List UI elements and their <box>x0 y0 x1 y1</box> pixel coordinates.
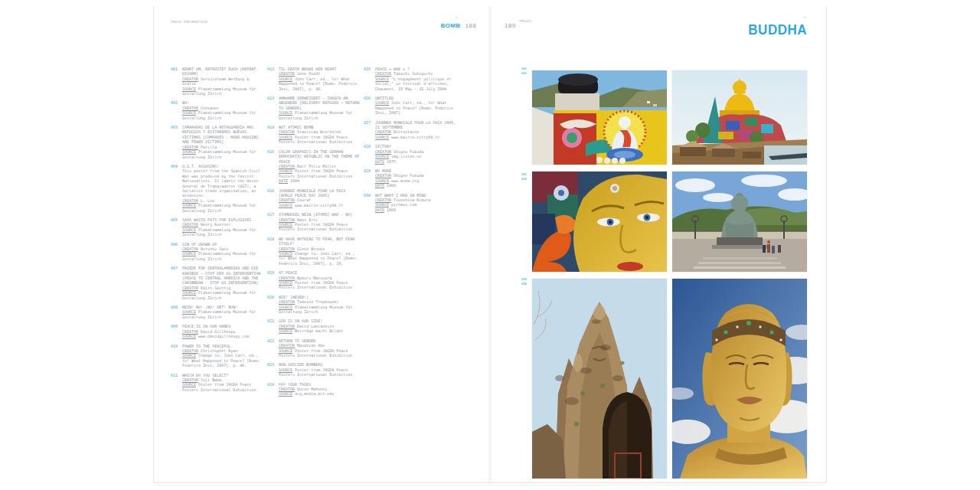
credit-body: CAMARADAS DE LA RETAGUARDIA MAS REFUGIOS… <box>182 125 263 159</box>
credit-number: 005 <box>171 217 182 237</box>
credit-field: SOURCE Poster from JAGDA Peace Posters I… <box>279 368 360 377</box>
credit-field-label: SOURCE <box>375 178 389 183</box>
credit-item: 010POWER TO THE PEACEFULCREATOR Christop… <box>171 344 267 368</box>
photo-number: 006 <box>521 282 527 286</box>
credit-body: AT PEACECREATOR Noboru MatsuuraSOURCE Po… <box>279 270 360 290</box>
credit-item: 018WE HAVE NOTHING TO FEAR, BUT FEAR ITS… <box>267 237 364 266</box>
credit-number: 003 <box>171 125 182 159</box>
credit-number: 014 <box>267 125 279 145</box>
credit-item: 006SIN OF GROWN-UPCREATOR Hiroshi SatoSO… <box>171 242 267 262</box>
credit-body: PEACE + WAR = ?CREATOR Takashi Sekiguchi… <box>375 67 456 91</box>
credit-number: 004 <box>171 164 182 213</box>
credit-body: TIL DEATH BROKE HER HEARTCREATOR Jenn Pu… <box>279 67 360 91</box>
credit-number: 007 <box>171 266 182 300</box>
credit-body: FRIEDE FÜR ZENTRALAMERIKA UND DIE KARIBI… <box>182 266 263 300</box>
credit-field: SOURCE Plakatsammlung Museum für Gestalt… <box>182 290 263 300</box>
credit-field-label: CREATOR <box>182 145 198 149</box>
credit-number: 024 <box>267 382 279 397</box>
credit-field-label: SOURCE <box>279 280 292 285</box>
credit-body: UNTITLEDSOURCE John Carr, ed., Yo! What … <box>375 96 456 116</box>
page-number-189: 189 <box>505 22 516 29</box>
credit-field-label: CREATOR <box>279 276 295 280</box>
credit-body: SIN OF GROWN-UPCREATOR Hiroshi SatoSOURC… <box>182 242 263 262</box>
credit-field-label: SOURCE <box>182 382 196 387</box>
credit-item: 014NOT ATOMIC BOMBCREATOR Stanislaw Wiec… <box>267 125 364 145</box>
credit-field-label: SOURCE <box>182 149 196 154</box>
credit-field-label: SOURCE <box>279 110 292 115</box>
credit-field: SOURCE Beiträge macht Bilder <box>279 328 360 333</box>
credit-item: 013ANNAHME VERWEIGERT — ZURÜCK AN ABSEND… <box>267 96 364 120</box>
photo-golden-buddha-head-sky <box>672 279 807 479</box>
credit-field: SOURCE Plakatsammlung Museum für Gestalt… <box>182 309 263 319</box>
credit-item: 009PEACE IS IN OUR HANDSCREATOR David Gi… <box>171 324 267 338</box>
credit-field: SOURCE Poster from JAGDA Peace Posters I… <box>279 168 360 178</box>
credit-field-label: CREATOR <box>182 377 198 382</box>
photo-golden-buddha-shrine <box>672 70 807 165</box>
credit-item: 020NIE! [NEVER!]CREATOR Tadeusz Trepkows… <box>267 295 364 315</box>
credit-field-label: CREATOR <box>182 286 198 290</box>
credit-field-label: CREATOR <box>279 343 295 348</box>
credit-item: 015COLOR GRAPHICS IN THE GERMAN DEMOCRAT… <box>267 149 364 184</box>
credit-field-label: CREATOR <box>375 173 391 178</box>
credit-number: 013 <box>267 96 279 120</box>
page-right-buddha: 189 IMAGES × BUDDHA 001002 003004 005006 <box>490 6 825 482</box>
credit-title: KEHRT UM. ENTRÜSTET EUCH [REPENT. DISARM… <box>182 67 263 77</box>
credit-body: WE HAVE NOTHING TO FEAR, BUT FEAR ITSELF… <box>279 237 360 266</box>
credit-item: 028VICTORYCREATOR Shigeo FukudaSOURCE im… <box>364 144 460 164</box>
credit-number: 026 <box>364 96 375 116</box>
credit-field-label: SOURCE <box>375 135 389 139</box>
bomb-chapter-icon: × <box>456 16 457 19</box>
credit-field-label: CREATOR <box>279 247 295 251</box>
credit-field: SOURCE Plakatsammlung Museum für Gestalt… <box>279 305 360 315</box>
credit-body: U.G.T. ASSASINS!This poster from the Spa… <box>182 164 263 213</box>
credit-number: 021 <box>267 318 279 333</box>
credit-number: 030 <box>364 193 375 213</box>
credit-item: 002NO!CREATOR ChovanecSOURCE Plakatsamml… <box>171 100 267 120</box>
photo-number: 003 <box>521 172 527 177</box>
image-information-label: IMAGE INFORMATION <box>171 20 207 24</box>
credit-field: SOURCE Plakatsammlung Museum für Gestalt… <box>182 149 263 159</box>
credit-number: 010 <box>171 344 182 368</box>
credit-field: DATE 1984 <box>279 178 360 183</box>
credit-field: SOURCE John Carr, ed., Yo! What Happened… <box>279 77 360 91</box>
credit-number: 017 <box>267 212 279 232</box>
credit-field-label: SOURCE <box>182 87 196 91</box>
credit-field-label: SOURCE <box>279 391 292 396</box>
credit-field-label: CREATOR <box>182 348 198 353</box>
credit-field-label: SOURCE <box>279 305 292 309</box>
credit-number: 015 <box>267 149 279 184</box>
credit-title: JOURNEE MONDIALE POUR LA PAIX 2005, 21 S… <box>375 120 456 130</box>
credit-field-label: CREATOR <box>279 129 295 134</box>
credit-item: 011WHICH DO YOU SELECT?CREATOR Yuji Baba… <box>171 373 267 393</box>
credit-body: WHICH DO YOU SELECT?CREATOR Yuji BabaSOU… <box>182 373 263 393</box>
credit-field-label: CREATOR <box>279 198 295 202</box>
photo-labels-row-2: 003004 <box>521 172 527 181</box>
credit-item: 001KEHRT UM. ENTRÜSTET EUCH [REPENT. DIS… <box>171 67 267 96</box>
credit-field-label: SOURCE <box>375 77 389 81</box>
credit-field-label: SOURCE <box>279 77 292 81</box>
credit-body: RETURN TO SENDERCREATOR Masahide AbeSOUR… <box>279 338 360 358</box>
credit-body: NON-SUICIDE BOMBERSSOURCE Poster from JA… <box>279 362 360 377</box>
credit-title: CAMARADAS DE LA RETAGUARDIA MAS REFUGIOS… <box>182 125 263 145</box>
credit-field-label: CREATOR <box>279 324 295 328</box>
credit-field: SOURCE Poster from JAGDA Peace Posters I… <box>182 382 263 392</box>
credits-column-3: 025PEACE + WAR = ?CREATOR Takashi Sekigu… <box>364 67 460 217</box>
credit-field-label: SOURCE <box>375 202 389 207</box>
credit-number: 008 <box>171 305 182 319</box>
credit-field: DATE 1968 <box>375 207 456 212</box>
credit-field: SOURCE acg.media.mit.edu <box>279 391 360 396</box>
credit-field-label: CREATOR <box>279 164 295 168</box>
credit-number: 028 <box>364 144 375 164</box>
photo-labels-row-1: 001002 <box>521 67 527 76</box>
credit-field-label: SOURCE <box>182 353 196 358</box>
credit-field-label: SOURCE <box>182 251 196 256</box>
credit-body: NO MORECREATOR Shigeo FukudaSOURCE www.m… <box>375 168 456 188</box>
credit-field-label: DATE <box>375 183 384 188</box>
credit-body: NOT WHAT I HAD IN MINDCREATOR Tsunehisa … <box>375 193 456 213</box>
left-page-header: BOMB 188 <box>440 22 476 29</box>
credit-item: 008NEIN! NO! ¡NO! HET! NON!SOURCE Plakat… <box>171 305 267 319</box>
credit-field-label: CREATOR <box>182 222 198 227</box>
credit-body: NIE! [NEVER!]CREATOR Tadeusz TrepkowskiS… <box>279 295 360 315</box>
credit-item: 007FRIEDE FÜR ZENTRALAMERIKA UND DIE KAR… <box>171 266 267 300</box>
credit-field: SOURCE www.mairie-vitry94.fr <box>375 135 456 139</box>
